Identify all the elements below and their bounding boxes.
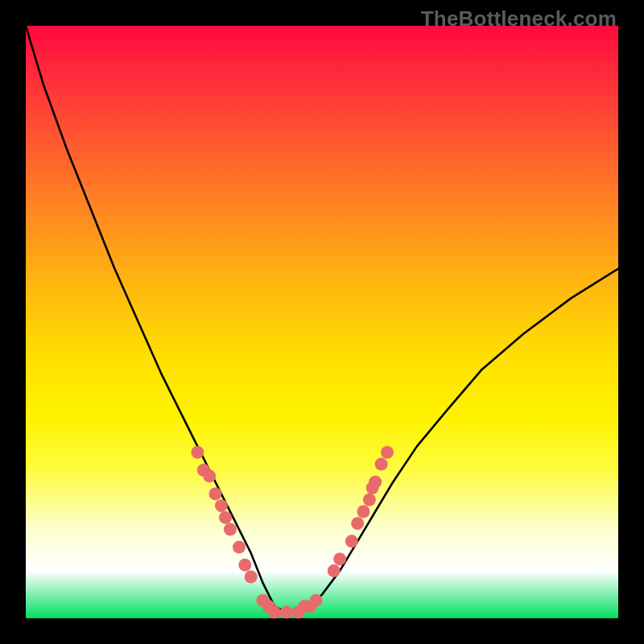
curve-marker (238, 559, 251, 572)
curve-marker (333, 552, 346, 565)
curve-marker (203, 469, 216, 482)
curve-marker (345, 535, 358, 547)
curve-marker (357, 506, 370, 518)
curve-marker (381, 446, 394, 459)
curve-marker (215, 499, 228, 512)
plot-area (26, 26, 618, 618)
curve-marker (328, 564, 341, 577)
curve-marker (245, 571, 258, 584)
curve-marker (191, 446, 204, 459)
curve-marker (233, 541, 246, 554)
chart-container: TheBottleneck.com (0, 0, 644, 644)
curve-marker (369, 476, 382, 489)
chart-svg (26, 26, 618, 618)
curve-marker (268, 606, 281, 619)
curve-marker (209, 487, 222, 500)
curve-marker (363, 493, 376, 506)
curve-marker (375, 458, 388, 471)
curve-marker (280, 606, 293, 619)
curve-marker (351, 517, 364, 530)
curve-marker (219, 511, 232, 524)
curve-marker (310, 594, 323, 607)
curve-marker (224, 523, 237, 536)
watermark-text: TheBottleneck.com (421, 6, 617, 31)
bottleneck-curve (26, 26, 618, 613)
